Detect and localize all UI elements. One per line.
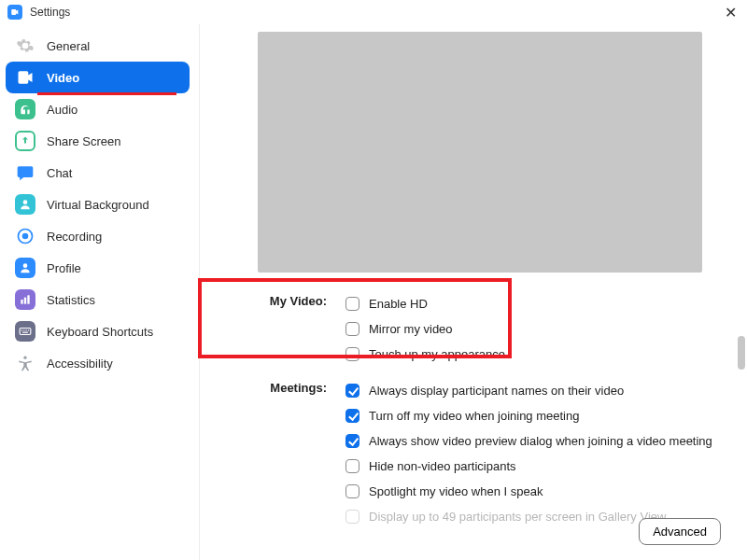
sidebar-item-virtual-background[interactable]: Virtual Background — [6, 189, 190, 220]
sidebar-item-label: Accessibility — [47, 357, 113, 371]
checkbox[interactable] — [345, 384, 359, 398]
share-screen-icon — [15, 131, 35, 151]
app-logo-icon — [7, 5, 22, 20]
option-label: Touch up my appearance — [369, 347, 505, 361]
video-icon — [15, 67, 35, 88]
svg-rect-4 — [21, 300, 22, 304]
svg-rect-12 — [22, 332, 28, 333]
sidebar-item-general[interactable]: General — [6, 30, 190, 62]
virtual-background-icon — [15, 194, 35, 215]
svg-rect-7 — [20, 329, 31, 335]
sidebar-item-keyboard-shortcuts[interactable]: Keyboard Shortcuts — [6, 315, 190, 347]
sidebar-item-profile[interactable]: Profile — [6, 252, 190, 284]
option-label: Always show video preview dialog when jo… — [369, 434, 712, 448]
svg-point-2 — [22, 233, 29, 240]
option-touch-up-appearance[interactable]: Touch up my appearance — [345, 342, 730, 367]
profile-icon — [15, 258, 35, 278]
sidebar-item-label: Profile — [47, 261, 81, 275]
sidebar-item-label: Share Screen — [47, 134, 121, 148]
checkbox[interactable] — [345, 434, 359, 448]
svg-rect-6 — [27, 295, 29, 303]
svg-rect-5 — [24, 298, 26, 304]
chat-icon — [15, 162, 35, 183]
sidebar-item-chat[interactable]: Chat — [6, 157, 190, 189]
titlebar: Settings ✕ — [0, 0, 747, 24]
option-mirror-my-video[interactable]: Mirror my video — [345, 316, 730, 342]
option-label: Turn off my video when joining meeting — [369, 409, 579, 423]
option-label: Always display participant names on thei… — [369, 384, 624, 398]
option-label: Enable HD — [369, 297, 428, 311]
sidebar-item-statistics[interactable]: Statistics — [6, 284, 190, 315]
video-preview — [258, 32, 702, 273]
sidebar-item-video[interactable]: Video — [6, 62, 190, 93]
option-label: Mirror my video — [369, 322, 453, 336]
settings-sidebar: General Video Audio Share Screen — [0, 24, 200, 560]
advanced-button[interactable]: Advanced — [639, 518, 721, 545]
statistics-icon — [15, 289, 35, 310]
recording-icon — [15, 226, 35, 246]
my-video-label: My Video: — [258, 291, 331, 367]
svg-point-3 — [23, 263, 28, 268]
window-title: Settings — [30, 6, 70, 19]
option-enable-hd[interactable]: Enable HD — [345, 291, 730, 316]
gear-icon — [15, 35, 35, 56]
svg-point-0 — [23, 200, 28, 204]
checkbox[interactable] — [345, 459, 359, 473]
svg-rect-9 — [23, 329, 24, 330]
checkbox — [345, 510, 359, 524]
svg-rect-11 — [28, 329, 29, 330]
sidebar-item-label: Statistics — [47, 293, 95, 307]
scrollbar-thumb[interactable] — [738, 336, 745, 370]
meetings-label: Meetings: — [258, 378, 331, 529]
keyboard-icon — [15, 321, 35, 342]
option-spotlight-when-speak[interactable]: Spotlight my video when I speak — [345, 479, 730, 504]
option-label: Display up to 49 participants per screen… — [369, 510, 666, 524]
checkbox[interactable] — [345, 347, 359, 361]
checkbox[interactable] — [345, 297, 359, 311]
option-label: Spotlight my video when I speak — [369, 484, 543, 498]
checkbox[interactable] — [345, 322, 359, 336]
svg-point-13 — [23, 357, 26, 359]
sidebar-item-audio[interactable]: Audio — [6, 93, 190, 125]
option-always-show-preview[interactable]: Always show video preview dialog when jo… — [345, 428, 730, 454]
sidebar-item-label: Virtual Background — [47, 198, 149, 212]
sidebar-item-label: Recording — [47, 230, 102, 244]
sidebar-item-label: Chat — [47, 166, 72, 180]
checkbox[interactable] — [345, 409, 359, 423]
sidebar-item-label: General — [47, 39, 90, 53]
sidebar-item-label: Keyboard Shortcuts — [47, 325, 153, 339]
sidebar-item-label: Video — [47, 71, 79, 85]
option-label: Hide non-video participants — [369, 459, 516, 473]
close-icon[interactable]: ✕ — [721, 3, 740, 21]
svg-rect-10 — [26, 329, 27, 330]
svg-rect-8 — [21, 329, 22, 330]
sidebar-item-label: Audio — [47, 103, 78, 117]
option-turn-off-video-on-join[interactable]: Turn off my video when joining meeting — [345, 403, 730, 428]
sidebar-item-accessibility[interactable]: Accessibility — [6, 347, 190, 379]
content-panel: My Video: Enable HD Mirror my video Touc… — [204, 24, 747, 560]
headphones-icon — [15, 99, 35, 119]
sidebar-item-share-screen[interactable]: Share Screen — [6, 125, 190, 157]
option-display-participant-names[interactable]: Always display participant names on thei… — [345, 378, 730, 403]
accessibility-icon — [15, 353, 35, 373]
sidebar-item-recording[interactable]: Recording — [6, 220, 190, 252]
option-hide-non-video[interactable]: Hide non-video participants — [345, 454, 730, 479]
checkbox[interactable] — [345, 484, 359, 498]
